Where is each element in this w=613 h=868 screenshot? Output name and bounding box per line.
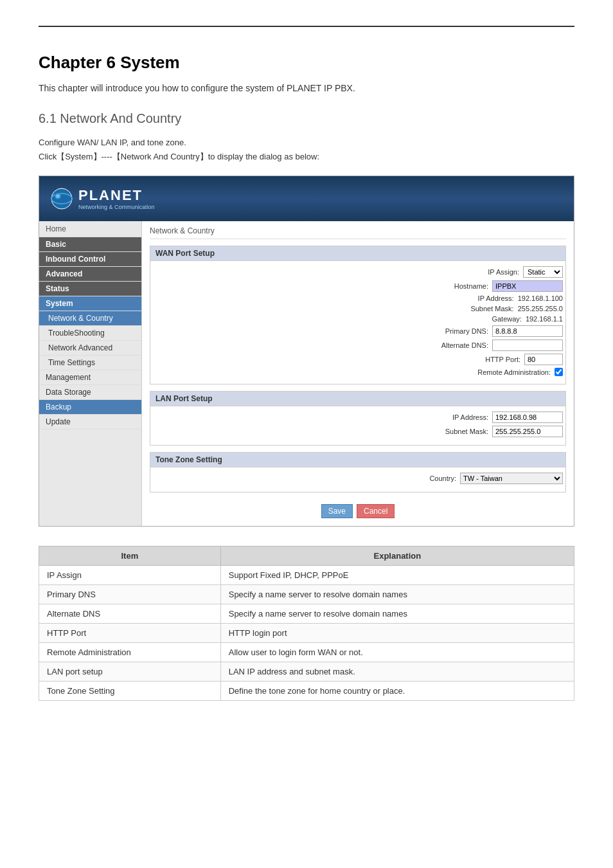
table-cell-item: Primary DNS [39, 585, 221, 604]
tone-section-body: Country: TW - Taiwan US - United States … [150, 467, 565, 492]
tone-section: Tone Zone Setting Country: TW - Taiwan U… [150, 452, 566, 493]
country-value: TW - Taiwan US - United States UK - Unit… [460, 473, 563, 484]
sidebar-item-network-country[interactable]: Network & Country [39, 311, 141, 326]
form-row-remote-admin: Remote Administration: [153, 368, 563, 376]
planet-name: PLANET [78, 187, 155, 204]
table-row: IP AssignSupport Fixed IP, DHCP, PPPoE [39, 566, 574, 585]
http-port-input[interactable] [524, 354, 563, 365]
table-header-item: Item [39, 547, 221, 566]
sidebar: Home Basic Inbound Control Advanced Stat… [39, 221, 142, 526]
sidebar-item-data-storage[interactable]: Data Storage [39, 385, 141, 400]
gateway-label: Gateway: [429, 315, 526, 323]
planet-logo-text: PLANET Networking & Communication [78, 187, 155, 210]
click-text: Click【System】----【Network And Country】to… [39, 151, 574, 163]
table-cell-item: IP Assign [39, 566, 221, 585]
ip-assign-select[interactable]: Static DHCP PPPoE [523, 266, 563, 278]
lan-ip-input[interactable] [492, 411, 563, 423]
lan-ip-value [492, 411, 563, 423]
remote-admin-checkbox[interactable] [555, 368, 563, 376]
wan-ip-value: 192.168.1.100 [518, 294, 563, 302]
tone-section-header: Tone Zone Setting [150, 453, 565, 467]
table-cell-item: Alternate DNS [39, 604, 221, 624]
table-cell-item: Tone Zone Setting [39, 682, 221, 701]
alternate-dns-value [492, 339, 563, 351]
main-panel: Network & Country WAN Port Setup IP Assi… [142, 221, 574, 526]
ui-header: PLANET Networking & Communication [39, 176, 574, 221]
config-text: Configure WAN/ LAN IP, and tone zone. [39, 138, 574, 147]
svg-point-0 [51, 188, 72, 209]
country-label: Country: [364, 475, 460, 482]
table-row: Primary DNSSpecify a name server to reso… [39, 585, 574, 604]
lan-subnet-input[interactable] [492, 426, 563, 437]
table-row: Alternate DNSSpecify a name server to re… [39, 604, 574, 624]
ui-body: Home Basic Inbound Control Advanced Stat… [39, 221, 574, 526]
form-row-http-port: HTTP Port: [153, 354, 563, 365]
table-cell-explanation: HTTP login port [220, 624, 574, 643]
hostname-value [492, 280, 563, 292]
cancel-button[interactable]: Cancel [357, 504, 395, 518]
ip-assign-label: IP Assign: [427, 268, 523, 276]
breadcrumb: Network & Country [150, 226, 566, 239]
lan-section-header: LAN Port Setup [150, 392, 565, 406]
planet-logo-icon [49, 186, 75, 212]
lan-subnet-value [492, 426, 563, 437]
gateway-text: 192.168.1.1 [526, 315, 563, 323]
sidebar-item-status[interactable]: Status [39, 282, 141, 296]
hostname-input[interactable] [492, 280, 563, 292]
wan-section-header: WAN Port Setup [150, 246, 565, 261]
remote-admin-label: Remote Administration: [458, 368, 555, 376]
wan-section-body: IP Assign: Static DHCP PPPoE Hostname: [150, 261, 565, 384]
form-row-gateway: Gateway: 192.168.1.1 [153, 315, 563, 323]
table-cell-explanation: Allow user to login form WAN or not. [220, 643, 574, 662]
sidebar-item-network-advanced[interactable]: Network Advanced [39, 341, 141, 356]
form-row-alternate-dns: Alternate DNS: [153, 339, 563, 351]
table-cell-item: Remote Administration [39, 643, 221, 662]
sidebar-item-troubleshooting[interactable]: TroubleShooting [39, 326, 141, 341]
sidebar-item-management[interactable]: Management [39, 370, 141, 385]
alternate-dns-label: Alternate DNS: [396, 341, 492, 349]
form-row-lan-ip: IP Address: [153, 411, 563, 423]
save-button[interactable]: Save [321, 504, 353, 518]
wan-section: WAN Port Setup IP Assign: Static DHCP PP… [150, 246, 566, 384]
wan-subnet-text: 255.255.255.0 [518, 305, 563, 312]
sidebar-item-basic[interactable]: Basic [39, 237, 141, 252]
wan-ip-text: 192.168.1.100 [518, 294, 563, 302]
form-row-primary-dns: Primary DNS: [153, 325, 563, 337]
table-row: Remote AdministrationAllow user to login… [39, 643, 574, 662]
lan-ip-label: IP Address: [396, 413, 492, 421]
table-cell-item: LAN port setup [39, 662, 221, 682]
alternate-dns-input[interactable] [492, 339, 563, 351]
primary-dns-value [492, 325, 563, 337]
sidebar-item-inbound[interactable]: Inbound Control [39, 252, 141, 267]
intro-text: This chapter will introduce you how to c… [39, 83, 574, 93]
ip-assign-value: Static DHCP PPPoE [523, 266, 563, 278]
country-select[interactable]: TW - Taiwan US - United States UK - Unit… [460, 473, 563, 484]
table-cell-explanation: Support Fixed IP, DHCP, PPPoE [220, 566, 574, 585]
sidebar-item-advanced[interactable]: Advanced [39, 267, 141, 282]
form-row-subnet: Subnet Mask: 255.255.255.0 [153, 305, 563, 312]
chapter-title: Chapter 6 System [39, 53, 574, 73]
sidebar-item-update[interactable]: Update [39, 415, 141, 429]
sidebar-item-backup[interactable]: Backup [39, 400, 141, 415]
lan-subnet-label: Subnet Mask: [396, 428, 492, 435]
info-table: Item Explanation IP AssignSupport Fixed … [39, 546, 574, 701]
form-row-country: Country: TW - Taiwan US - United States … [153, 473, 563, 484]
table-cell-explanation: Specify a name server to resolve domain … [220, 604, 574, 624]
sidebar-item-system[interactable]: System [39, 296, 141, 311]
primary-dns-input[interactable] [492, 325, 563, 337]
form-row-hostname: Hostname: [153, 280, 563, 292]
table-cell-item: HTTP Port [39, 624, 221, 643]
svg-point-3 [56, 194, 60, 198]
http-port-label: HTTP Port: [428, 356, 524, 363]
button-row: Save Cancel [150, 499, 566, 521]
gateway-value: 192.168.1.1 [526, 315, 563, 323]
wan-subnet-label: Subnet Mask: [422, 305, 518, 312]
sidebar-item-time-settings[interactable]: Time Settings [39, 356, 141, 370]
ui-panel: PLANET Networking & Communication Home B… [39, 176, 574, 527]
sidebar-item-home[interactable]: Home [39, 221, 141, 237]
wan-subnet-value: 255.255.255.0 [518, 305, 563, 312]
wan-ip-label: IP Address: [422, 294, 518, 302]
table-header-explanation: Explanation [220, 547, 574, 566]
table-row: Tone Zone SettingDefine the tone zone fo… [39, 682, 574, 701]
primary-dns-label: Primary DNS: [396, 327, 492, 335]
